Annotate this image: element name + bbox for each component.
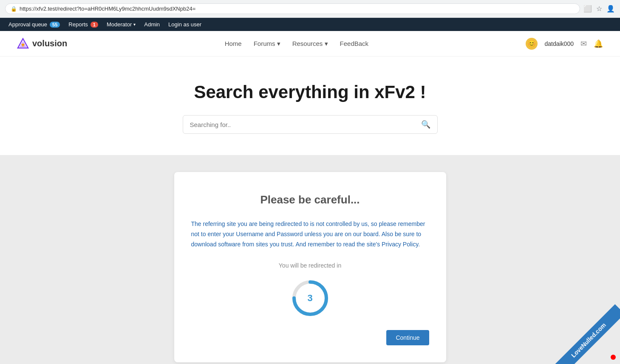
bell-icon[interactable]: 🔔 bbox=[594, 39, 603, 48]
login-as-user-item[interactable]: Login as user bbox=[168, 21, 201, 28]
reports-label: Reports bbox=[68, 21, 88, 28]
approval-queue-item[interactable]: Approval queue 55 bbox=[8, 21, 60, 28]
resources-label: Resources bbox=[292, 40, 323, 47]
cast-icon: ⬜ bbox=[583, 5, 592, 13]
admin-label: Admin bbox=[144, 21, 160, 28]
hero-title: Search everything in xFv2 ! bbox=[8, 82, 612, 102]
forums-label: Forums bbox=[254, 40, 275, 47]
nav-links: Home Forums ▾ Resources ▾ FeedBack bbox=[225, 40, 368, 48]
avatar: 😊 bbox=[526, 38, 538, 50]
warning-title: Please be careful... bbox=[191, 193, 429, 206]
countdown-container: 3 bbox=[191, 279, 429, 317]
mail-icon[interactable]: ✉ bbox=[580, 39, 587, 48]
continue-button[interactable]: Continue bbox=[386, 330, 429, 345]
forums-chevron: ▾ bbox=[277, 40, 280, 47]
countdown-number: 3 bbox=[307, 293, 312, 304]
moderator-chevron: ▾ bbox=[133, 22, 136, 27]
resources-chevron: ▾ bbox=[325, 40, 328, 47]
login-as-user-label: Login as user bbox=[168, 21, 201, 28]
username: datdaik000 bbox=[544, 40, 574, 47]
profile-icon: 👤 bbox=[606, 5, 615, 13]
nav-right: 😊 datdaik000 ✉ 🔔 bbox=[526, 38, 603, 50]
logo[interactable]: volusion bbox=[17, 38, 67, 50]
card-footer: Continue bbox=[191, 330, 429, 345]
countdown-circle: 3 bbox=[291, 279, 329, 317]
url-text: https://xfv2.test/redirect?to=aHR0cHM6Ly… bbox=[20, 6, 195, 12]
moderator-item[interactable]: Moderator ▾ bbox=[107, 21, 136, 28]
browser-icons: ⬜ ☆ 👤 bbox=[583, 5, 615, 13]
warning-card: Please be careful... The referring site … bbox=[174, 172, 446, 362]
reports-badge: 1 bbox=[91, 22, 98, 28]
admin-item[interactable]: Admin bbox=[144, 21, 160, 28]
home-link[interactable]: Home bbox=[225, 40, 242, 47]
moderator-label: Moderator bbox=[107, 21, 132, 28]
browser-chrome: 🔒 https://xfv2.test/redirect?to=aHR0cHM6… bbox=[0, 0, 620, 18]
hero-section: Search everything in xFv2 ! 🔍 bbox=[0, 56, 620, 155]
approval-queue-label: Approval queue bbox=[8, 21, 47, 28]
warning-body: The referring site you are being redirec… bbox=[191, 219, 429, 249]
reports-item[interactable]: Reports 1 bbox=[68, 21, 98, 28]
main-content: Please be careful... The referring site … bbox=[0, 155, 620, 364]
search-bar[interactable]: 🔍 bbox=[183, 115, 438, 134]
logo-text: volusion bbox=[32, 39, 67, 48]
logo-icon bbox=[17, 38, 29, 50]
search-input[interactable] bbox=[190, 121, 421, 128]
approval-queue-badge: 55 bbox=[50, 22, 60, 28]
forums-link[interactable]: Forums ▾ bbox=[254, 40, 280, 48]
star-icon: ☆ bbox=[596, 5, 602, 13]
main-nav: volusion Home Forums ▾ Resources ▾ FeedB… bbox=[0, 31, 620, 56]
watermark-dot bbox=[611, 355, 616, 360]
search-icon: 🔍 bbox=[421, 120, 430, 129]
admin-bar: Approval queue 55 Reports 1 Moderator ▾ … bbox=[0, 18, 620, 31]
feedback-link[interactable]: FeedBack bbox=[340, 40, 369, 47]
resources-link[interactable]: Resources ▾ bbox=[292, 40, 328, 48]
address-bar[interactable]: 🔒 https://xfv2.test/redirect?to=aHR0cHM6… bbox=[5, 3, 580, 14]
lock-icon: 🔒 bbox=[11, 6, 17, 12]
redirect-label: You will be redirected in bbox=[191, 262, 429, 269]
